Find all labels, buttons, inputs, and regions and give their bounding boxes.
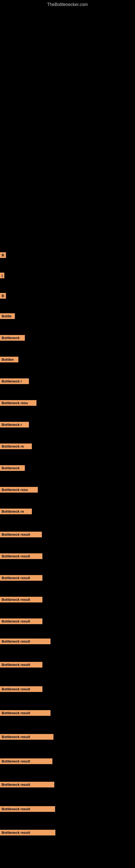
bottleneck-result-tag[interactable]: Bottlen xyxy=(0,357,18,362)
bottleneck-result-tag[interactable]: Bottleneck re xyxy=(0,508,32,514)
bottleneck-result-tag[interactable]: B xyxy=(0,293,6,299)
bottleneck-result-tag[interactable]: Bottleneck result xyxy=(0,532,42,537)
bottleneck-result-tag[interactable]: Bottleneck result xyxy=(0,830,55,835)
bottleneck-result-tag[interactable]: Bottleneck r xyxy=(0,422,29,428)
bottleneck-result-tag[interactable]: B xyxy=(0,252,6,258)
bottleneck-result-tag[interactable]: | xyxy=(0,273,4,278)
bottleneck-result-tag[interactable]: Bottleneck result xyxy=(0,553,42,559)
bottleneck-result-tag[interactable]: Bottleneck result xyxy=(0,639,50,644)
bottleneck-result-tag[interactable]: Bottleneck resu xyxy=(0,400,37,406)
bottleneck-result-tag[interactable]: Bottle xyxy=(0,313,15,319)
bottleneck-result-tag[interactable]: Bottleneck result xyxy=(0,618,42,624)
bottleneck-result-tag[interactable]: Bottleneck r xyxy=(0,378,29,384)
bottleneck-result-tag[interactable]: Bottleneck result xyxy=(0,734,53,740)
bottleneck-result-tag[interactable]: Bottleneck result xyxy=(0,662,42,668)
bottleneck-result-tag[interactable]: Bottleneck xyxy=(0,335,25,341)
bottleneck-result-tag[interactable]: Bottleneck result xyxy=(0,782,54,787)
bottleneck-result-tag[interactable]: Bottleneck xyxy=(0,465,25,471)
bottleneck-result-tag[interactable]: Bottleneck result xyxy=(0,758,52,764)
site-title: TheBottlenecker.com xyxy=(0,0,135,8)
bottleneck-result-tag[interactable]: Bottleneck result xyxy=(0,575,42,581)
bottleneck-result-tag[interactable]: Bottleneck resu xyxy=(0,487,38,493)
bottleneck-result-tag[interactable]: Bottleneck re xyxy=(0,443,32,449)
bottleneck-result-tag[interactable]: Bottleneck result xyxy=(0,710,50,716)
bottleneck-result-tag[interactable]: Bottleneck result xyxy=(0,597,42,602)
site-header: TheBottlenecker.com xyxy=(0,0,135,8)
bottleneck-result-tag[interactable]: Bottleneck result xyxy=(0,686,42,692)
bottleneck-result-tag[interactable]: Bottleneck result xyxy=(0,806,55,812)
